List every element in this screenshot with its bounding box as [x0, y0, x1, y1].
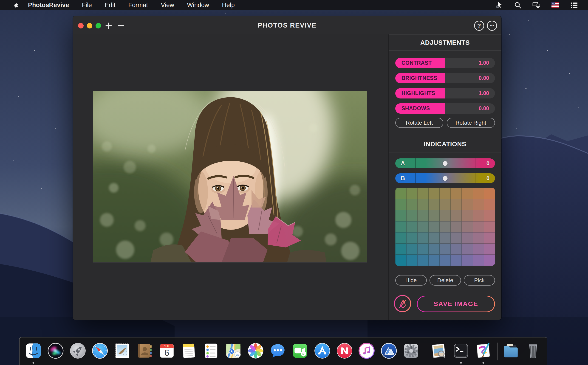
- color-swatch[interactable]: [395, 244, 406, 255]
- dock-icon-preview[interactable]: [430, 342, 447, 365]
- color-swatch[interactable]: [417, 199, 428, 210]
- menu-app-name[interactable]: PhotosRevive: [28, 2, 69, 9]
- dock-icon-photos[interactable]: [247, 342, 264, 365]
- dock-icon-appstore[interactable]: [313, 342, 331, 365]
- color-swatch[interactable]: [484, 255, 495, 266]
- menu-item-help[interactable]: Help: [222, 2, 235, 9]
- dock-icon-safari[interactable]: [91, 342, 109, 365]
- color-swatch[interactable]: [406, 188, 417, 199]
- color-swatch[interactable]: [429, 232, 440, 244]
- color-swatch[interactable]: [462, 210, 473, 221]
- color-swatch[interactable]: [406, 255, 417, 266]
- color-swatch[interactable]: [417, 210, 428, 221]
- channel-b-knob[interactable]: [443, 176, 448, 181]
- brightness-slider[interactable]: BRIGHTNESS 0.00: [395, 73, 495, 83]
- color-swatch[interactable]: [462, 255, 473, 266]
- color-swatch[interactable]: [440, 199, 451, 210]
- search-icon[interactable]: [514, 1, 522, 9]
- dock-icon-facetime[interactable]: [291, 342, 309, 365]
- menu-item-view[interactable]: View: [161, 2, 174, 9]
- contrast-slider[interactable]: CONTRAST 1.00: [395, 58, 495, 68]
- color-swatch[interactable]: [473, 244, 484, 255]
- dock-icon-contacts[interactable]: [136, 342, 153, 365]
- color-swatch[interactable]: [462, 244, 473, 255]
- menu-item-file[interactable]: File: [82, 2, 92, 9]
- apple-menu[interactable]: [12, 2, 19, 8]
- color-swatch[interactable]: [395, 188, 406, 199]
- color-swatch[interactable]: [473, 255, 484, 266]
- color-swatch[interactable]: [395, 199, 406, 210]
- menu-item-edit[interactable]: Edit: [105, 2, 115, 9]
- title-bar[interactable]: PHOTOS REVIVE ? •••: [73, 16, 501, 35]
- color-swatch[interactable]: [473, 188, 484, 199]
- color-swatch[interactable]: [417, 221, 428, 232]
- save-image-button[interactable]: SAVE IMAGE: [417, 296, 495, 312]
- color-swatch[interactable]: [451, 221, 462, 232]
- more-options-button[interactable]: •••: [487, 21, 497, 31]
- channel-a-knob[interactable]: [443, 161, 448, 166]
- dock-icon-mountains-app[interactable]: [380, 342, 397, 365]
- dock-icon-maps[interactable]: 3D: [225, 342, 242, 365]
- color-swatch[interactable]: [473, 210, 484, 221]
- channel-b-slider[interactable]: B 0: [395, 173, 495, 183]
- color-swatch[interactable]: [473, 221, 484, 232]
- dock-icon-calendar[interactable]: JUL 6: [158, 342, 176, 365]
- dock-icon-itunes[interactable]: [358, 342, 375, 365]
- color-swatch[interactable]: [451, 199, 462, 210]
- color-swatch[interactable]: [484, 188, 495, 199]
- color-swatch[interactable]: [462, 188, 473, 199]
- color-swatch[interactable]: [440, 210, 451, 221]
- color-swatch[interactable]: [395, 255, 406, 266]
- dock-icon-photosrevive[interactable]: [475, 342, 492, 365]
- color-swatch[interactable]: [417, 244, 428, 255]
- color-swatch[interactable]: [429, 255, 440, 266]
- color-swatch[interactable]: [451, 188, 462, 199]
- hide-button[interactable]: Hide: [395, 275, 427, 286]
- color-swatch[interactable]: [484, 199, 495, 210]
- color-swatch[interactable]: [451, 244, 462, 255]
- color-swatch[interactable]: [417, 232, 428, 244]
- dock-icon-reminders[interactable]: [202, 342, 220, 365]
- color-swatch[interactable]: [440, 188, 451, 199]
- dock-icon-messages[interactable]: [269, 342, 286, 365]
- color-swatch[interactable]: [429, 188, 440, 199]
- color-swatch[interactable]: [395, 232, 406, 244]
- color-swatch[interactable]: [484, 221, 495, 232]
- color-swatch[interactable]: [462, 232, 473, 244]
- rotate-left-button[interactable]: Rotate Left: [395, 118, 443, 128]
- pick-button[interactable]: Pick: [464, 275, 495, 286]
- highlights-slider[interactable]: HIGHLIGHTS 1.00: [395, 88, 495, 98]
- us-flag-icon[interactable]: [551, 1, 560, 9]
- notification-list-icon[interactable]: [570, 1, 578, 9]
- menu-item-format[interactable]: Format: [128, 2, 148, 9]
- colorize-toggle-button[interactable]: [394, 295, 411, 312]
- dock-icon-trash[interactable]: [524, 342, 542, 365]
- rotate-right-button[interactable]: Rotate Right: [447, 118, 495, 128]
- color-swatch[interactable]: [429, 210, 440, 221]
- color-swatch[interactable]: [451, 232, 462, 244]
- color-swatch[interactable]: [484, 232, 495, 244]
- dock-icon-siri[interactable]: [47, 342, 64, 365]
- dock-icon-news[interactable]: [336, 342, 353, 365]
- color-swatch[interactable]: [484, 244, 495, 255]
- color-swatch[interactable]: [406, 199, 417, 210]
- color-swatch[interactable]: [451, 210, 462, 221]
- color-swatch[interactable]: [417, 255, 428, 266]
- color-swatch[interactable]: [440, 221, 451, 232]
- color-swatch[interactable]: [462, 199, 473, 210]
- color-swatch[interactable]: [395, 221, 406, 232]
- color-swatch[interactable]: [473, 232, 484, 244]
- color-swatch[interactable]: [417, 188, 428, 199]
- color-swatch[interactable]: [429, 199, 440, 210]
- delete-button[interactable]: Delete: [430, 275, 461, 286]
- color-swatch[interactable]: [406, 244, 417, 255]
- color-swatch[interactable]: [473, 199, 484, 210]
- help-button[interactable]: ?: [474, 21, 484, 31]
- pointer-icon[interactable]: [495, 1, 503, 9]
- color-swatch[interactable]: [429, 221, 440, 232]
- dock-icon-launchpad[interactable]: [69, 342, 87, 365]
- dock-icon-notes[interactable]: [180, 342, 198, 365]
- color-swatch[interactable]: [406, 221, 417, 232]
- shadows-slider[interactable]: SHADOWS 0.00: [395, 103, 495, 114]
- color-swatch[interactable]: [462, 221, 473, 232]
